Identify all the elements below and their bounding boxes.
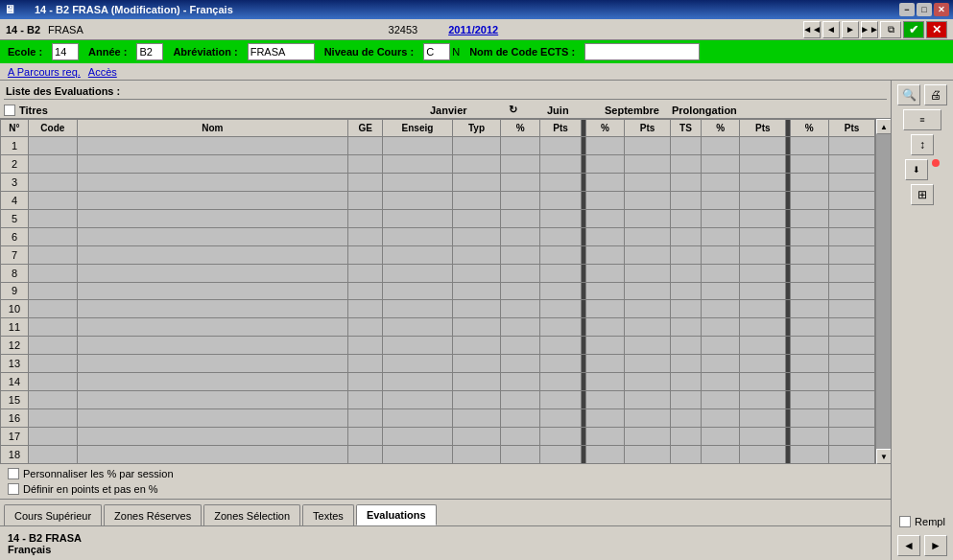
table-cell[interactable] <box>501 264 540 282</box>
table-cell[interactable] <box>383 173 452 191</box>
copy-down-button[interactable]: ⬇ <box>905 159 928 180</box>
table-cell[interactable] <box>501 355 540 373</box>
table-cell[interactable] <box>77 264 347 282</box>
table-cell[interactable] <box>348 300 383 318</box>
table-cell[interactable]: 6 <box>1 227 29 245</box>
titres-checkbox[interactable] <box>4 105 15 116</box>
table-cell[interactable] <box>383 282 452 300</box>
table-cell[interactable] <box>539 137 581 155</box>
table-cell[interactable] <box>452 337 501 355</box>
table-cell[interactable] <box>452 191 501 209</box>
table-cell[interactable] <box>452 209 501 227</box>
table-cell[interactable] <box>625 373 671 391</box>
table-cell[interactable] <box>77 428 347 446</box>
table-cell[interactable] <box>585 209 625 227</box>
table-cell[interactable] <box>671 409 702 428</box>
table-cell[interactable] <box>77 209 347 227</box>
table-cell[interactable] <box>383 191 452 209</box>
table-cell[interactable] <box>28 445 77 463</box>
table-cell[interactable] <box>829 391 875 409</box>
table-cell[interactable] <box>539 445 581 463</box>
table-cell[interactable] <box>585 445 625 463</box>
table-cell[interactable] <box>701 191 740 209</box>
table-cell[interactable]: 8 <box>1 264 29 282</box>
table-cell[interactable] <box>790 300 829 318</box>
nom-code-input[interactable] <box>584 43 700 60</box>
table-cell[interactable] <box>790 227 829 245</box>
table-cell[interactable] <box>383 355 452 373</box>
table-cell[interactable]: 4 <box>1 191 29 209</box>
annee-input[interactable] <box>136 43 163 60</box>
table-cell[interactable] <box>740 245 786 264</box>
table-cell[interactable] <box>740 137 786 155</box>
table-cell[interactable] <box>671 337 702 355</box>
confirm-button[interactable]: ✔ <box>903 21 924 38</box>
table-cell[interactable] <box>501 154 540 173</box>
table-cell[interactable] <box>740 227 786 245</box>
table-cell[interactable] <box>625 445 671 463</box>
table-cell[interactable] <box>625 154 671 173</box>
table-cell[interactable] <box>77 391 347 409</box>
table-cell[interactable] <box>452 137 501 155</box>
table-cell[interactable] <box>790 191 829 209</box>
table-cell[interactable] <box>671 173 702 191</box>
table-cell[interactable]: 10 <box>1 300 29 318</box>
table-cell[interactable] <box>501 445 540 463</box>
table-cell[interactable] <box>539 300 581 318</box>
table-cell[interactable]: 15 <box>1 391 29 409</box>
table-cell[interactable] <box>585 428 625 446</box>
table-cell[interactable] <box>348 154 383 173</box>
ecole-input[interactable] <box>52 43 79 60</box>
tab-evaluations[interactable]: Evaluations <box>356 504 437 525</box>
table-cell[interactable]: 1 <box>1 137 29 155</box>
table-cell[interactable] <box>740 191 786 209</box>
table-cell[interactable] <box>585 337 625 355</box>
table-cell[interactable] <box>790 409 829 428</box>
table-cell[interactable] <box>28 391 77 409</box>
table-cell[interactable] <box>829 191 875 209</box>
table-cell[interactable]: 9 <box>1 282 29 300</box>
table-cell[interactable] <box>539 337 581 355</box>
table-cell[interactable] <box>348 209 383 227</box>
table-cell[interactable] <box>28 428 77 446</box>
table-cell[interactable] <box>501 318 540 337</box>
table-cell[interactable] <box>28 355 77 373</box>
table-cell[interactable] <box>740 282 786 300</box>
table-cell[interactable] <box>585 318 625 337</box>
table-cell[interactable] <box>77 300 347 318</box>
scroll-up-button[interactable]: ▲ <box>876 119 891 134</box>
table-cell[interactable] <box>625 409 671 428</box>
table-cell[interactable] <box>671 245 702 264</box>
table-cell[interactable] <box>348 264 383 282</box>
tab-zones-selection[interactable]: Zones Sélection <box>203 504 300 525</box>
definir-checkbox[interactable] <box>8 483 19 495</box>
table-cell[interactable] <box>539 391 581 409</box>
table-cell[interactable] <box>77 373 347 391</box>
table-cell[interactable] <box>829 264 875 282</box>
table-cell[interactable] <box>383 409 452 428</box>
grid-button[interactable]: ⊞ <box>911 184 934 205</box>
table-cell[interactable] <box>539 245 581 264</box>
table-cell[interactable] <box>77 282 347 300</box>
table-cell[interactable] <box>348 373 383 391</box>
table-cell[interactable] <box>625 173 671 191</box>
table-cell[interactable] <box>829 245 875 264</box>
table-cell[interactable] <box>790 373 829 391</box>
table-cell[interactable] <box>701 428 740 446</box>
table-cell[interactable] <box>671 428 702 446</box>
table-cell[interactable] <box>740 355 786 373</box>
table-cell[interactable] <box>452 445 501 463</box>
table-cell[interactable] <box>452 391 501 409</box>
table-cell[interactable] <box>452 154 501 173</box>
table-cell[interactable] <box>740 154 786 173</box>
table-cell[interactable] <box>28 282 77 300</box>
table-cell[interactable] <box>348 318 383 337</box>
table-cell[interactable] <box>585 154 625 173</box>
table-cell[interactable] <box>671 264 702 282</box>
table-cell[interactable] <box>740 264 786 282</box>
table-cell[interactable] <box>671 445 702 463</box>
table-cell[interactable] <box>501 227 540 245</box>
table-cell[interactable] <box>452 227 501 245</box>
table-cell[interactable] <box>348 191 383 209</box>
table-cell[interactable] <box>790 137 829 155</box>
